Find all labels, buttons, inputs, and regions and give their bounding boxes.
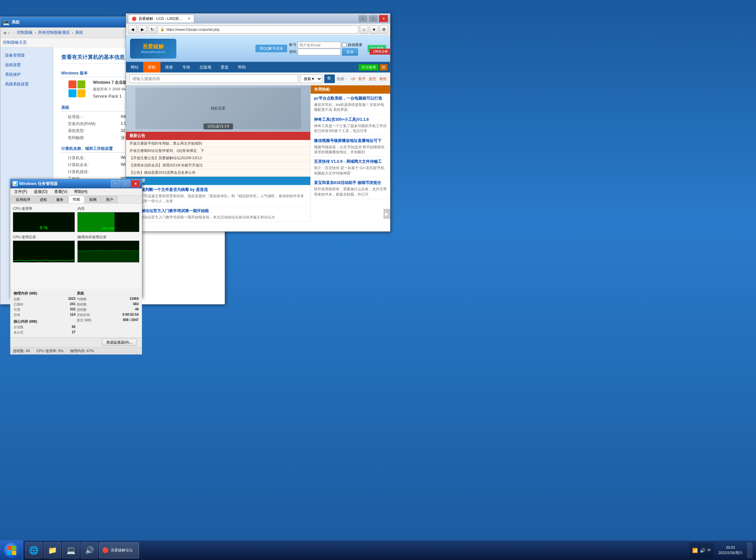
tray-network-icon: 📶	[692, 548, 698, 553]
sidebar-remote-settings[interactable]: 远程设置	[3, 61, 50, 69]
wechat-follow-btn[interactable]: 关注微博	[359, 64, 379, 71]
tab-network[interactable]: 联网	[85, 196, 101, 203]
windows-logo	[68, 80, 88, 98]
browser-minimize[interactable]: ─	[358, 15, 368, 22]
breadcrumb-item-1[interactable]: 控制面板	[17, 30, 33, 35]
favorites-btn[interactable]: ★	[370, 25, 378, 34]
quick-btn[interactable]: 快	[380, 64, 387, 71]
announcements-section: 最新公告 开放注册新手报到专用贴，禁止再次开贴报到 开放注册期间论坛暂停签到、Q…	[126, 132, 310, 177]
nav-help[interactable]: 帮助	[233, 62, 250, 73]
featured-preview-text: 精彩吾爱	[211, 106, 225, 111]
hot-tag-tutorial[interactable]: 教程	[380, 77, 387, 81]
taskbar-computer[interactable]: 💻	[62, 542, 79, 558]
scroll-right-btn[interactable]: ▶	[384, 209, 390, 219]
taskbar-ie[interactable]: 🌐	[25, 542, 42, 558]
menu-view[interactable]: 查看(V)	[52, 188, 70, 195]
hot-post-title-1[interactable]: 神奇工具(含300+小工具)V1.1.6	[314, 117, 387, 122]
hot-post-excerpt-1: 神奇工具是一个汇集了超多功能的手机工件目前已经有300多个工具，包活日常	[314, 123, 387, 134]
system-clock[interactable]: 20:02 2022/2/26/周六	[716, 545, 745, 555]
auto-login-checkbox[interactable]	[342, 43, 346, 47]
system-stats: 系统 句柄数 13469 线程数 683 进程数 49 开机时间 0:00:02…	[76, 290, 139, 336]
featured-post-title-1[interactable]: 吾爱破解论坛官方入门教学培训第一期开始啦	[129, 208, 307, 214]
refresh-btn[interactable]: ↻	[148, 25, 157, 34]
tab-applications[interactable]: 应用程序	[12, 196, 35, 203]
tab-users[interactable]: 用户	[102, 196, 118, 203]
pojie-search-input[interactable]	[129, 75, 298, 83]
hot-post-title-3[interactable]: 百灵快传 V1.0.9 - 局域网大文件传输工	[314, 159, 387, 164]
browser-close[interactable]: ✕	[379, 15, 388, 22]
url-bar[interactable]: 🔒 https://www.52pojie.cn/portal.php	[158, 25, 358, 34]
nav-search[interactable]: 搜索	[161, 62, 178, 73]
breadcrumb-item-2[interactable]: 所有控制面板项目	[38, 30, 70, 35]
hot-post-title-2[interactable]: 微信视频号嗅探播放地址直播地址可下	[314, 138, 387, 144]
sidebar-advanced-settings[interactable]: 高级系统设置	[3, 80, 50, 88]
nav-album[interactable]: 专辑	[178, 62, 195, 73]
menu-options[interactable]: 选项(O)	[31, 188, 50, 195]
hot-tag-unpack[interactable]: 脱壳	[369, 77, 376, 81]
show-desktop-btn[interactable]	[748, 542, 753, 558]
taskbar-explorer[interactable]: 📁	[44, 542, 61, 558]
home-btn[interactable]: ⌂	[360, 25, 368, 34]
hot-tag-ctf[interactable]: ctf	[351, 77, 355, 81]
yunpan-label[interactable]: 123云盘V1.3.8	[203, 123, 233, 129]
tools-btn[interactable]: ⚙	[380, 25, 388, 34]
account-input[interactable]	[298, 42, 341, 48]
taskbar-media[interactable]: 🔊	[81, 542, 98, 558]
announcement-0[interactable]: 开放注册新手报到专用贴，禁止再次开贴报到	[126, 140, 310, 147]
breadcrumb-item-3[interactable]: 系统	[75, 30, 83, 35]
nav-up-btn[interactable]: ↑	[13, 31, 15, 35]
resource-monitor-btn[interactable]: 资源监视器(R)...	[102, 339, 137, 346]
menu-file[interactable]: 文件(F)	[12, 188, 30, 195]
nav-back-btn[interactable]: ◀	[3, 31, 6, 35]
nav-newpost[interactable]: 新帖	[143, 62, 161, 73]
cached-row: 已缓存 241	[14, 302, 76, 307]
pojie-search-dropdown[interactable]: 搜索▼	[300, 75, 322, 83]
sidebar-device-manager[interactable]: 设备管理器	[3, 51, 50, 60]
browser-maximize[interactable]: □	[369, 15, 378, 22]
taskmgr-close[interactable]: ✕	[131, 180, 140, 187]
mem-used-display: 689 MB	[102, 226, 115, 231]
toolbar-link[interactable]: 控制面板主页	[3, 40, 27, 45]
password-row: 密码 登录	[289, 48, 362, 56]
featured-post-title-0[interactable]: 如何快速判断一个文件是否为病毒 by 是昔流	[129, 187, 307, 193]
taskmgr-maximize[interactable]: □	[121, 180, 130, 187]
announcement-3[interactable]: 【清理未活跃会员】清理2021年光棍节开放注	[126, 162, 310, 169]
browser-tab[interactable]: 🔴 吾爱破解 - LCG - LSG|安卓... ✕	[128, 15, 194, 22]
hot-post-title-4[interactable]: 某宝和某东618活动助手 做喵币浏览任	[314, 180, 387, 186]
back-btn[interactable]: ◀	[128, 25, 137, 34]
network-diag-btn[interactable]: 【网络诊断	[370, 49, 390, 55]
logo-text: 吾爱破解 Www.52PoJie.Cn	[141, 43, 165, 54]
nav-forward-btn[interactable]: ▶	[8, 31, 11, 35]
hot-post-excerpt-0: 兼容非常好，ktv机源系统提取版！安装对电脑配置不高 系统界面	[314, 102, 387, 113]
local-hot-header: 本周热帖	[311, 85, 390, 94]
announcement-4[interactable]: 【公告】感动吾爱2021优秀会员名单公布	[126, 169, 310, 176]
tab-performance[interactable]: 性能	[68, 196, 84, 203]
password-input[interactable]	[298, 49, 341, 55]
menu-help[interactable]: 帮助(H)	[71, 188, 90, 195]
svg-marker-9	[78, 251, 139, 262]
announcement-1[interactable]: 开放注册期间论坛暂停签到、QQ登录绑定、下	[126, 147, 310, 155]
nav-website[interactable]: 网站	[126, 62, 143, 73]
start-button[interactable]	[0, 540, 23, 560]
qq-login-btn[interactable]: 用QQ帐号登录	[256, 45, 287, 52]
tab-processes[interactable]: 进程	[35, 196, 51, 203]
hot-tag-beginner[interactable]: 新手	[358, 77, 366, 81]
announcement-2[interactable]: 【开放注册公告】吾爱破解论坛2022年3月13	[126, 155, 310, 162]
pojie-search-btn[interactable]: 🔍	[324, 75, 335, 83]
sidebar-system-protection[interactable]: 系统保护	[3, 71, 50, 79]
svg-rect-3	[77, 89, 85, 97]
cpu-usage-section: CPU 使用率 0 %	[13, 206, 75, 232]
nav-rules[interactable]: 总版规	[195, 62, 216, 73]
tab-services[interactable]: 服务	[52, 196, 68, 203]
cpu-usage-label: CPU 使用率	[13, 206, 75, 211]
taskmgr-title: Windows 任务管理器	[19, 181, 111, 187]
nav-pan[interactable]: 爱盘	[216, 62, 233, 73]
taskmgr-minimize[interactable]: ─	[111, 180, 120, 187]
login-submit-btn[interactable]: 登录	[342, 48, 358, 56]
hot-post-title-0[interactable]: pc平台点歌系统，一台电脑就可以打造	[314, 96, 387, 101]
svg-rect-11	[12, 546, 16, 550]
pojie-nav: 网站 新帖 搜索 专辑 总版规 爱盘 帮助 关注微博 快	[126, 62, 390, 73]
forward-btn[interactable]: ▶	[138, 25, 147, 34]
taskbar-pojie-btn[interactable]: 🔴 吾爱破解论坛	[99, 542, 139, 558]
tab-close-btn[interactable]: ✕	[188, 17, 190, 21]
